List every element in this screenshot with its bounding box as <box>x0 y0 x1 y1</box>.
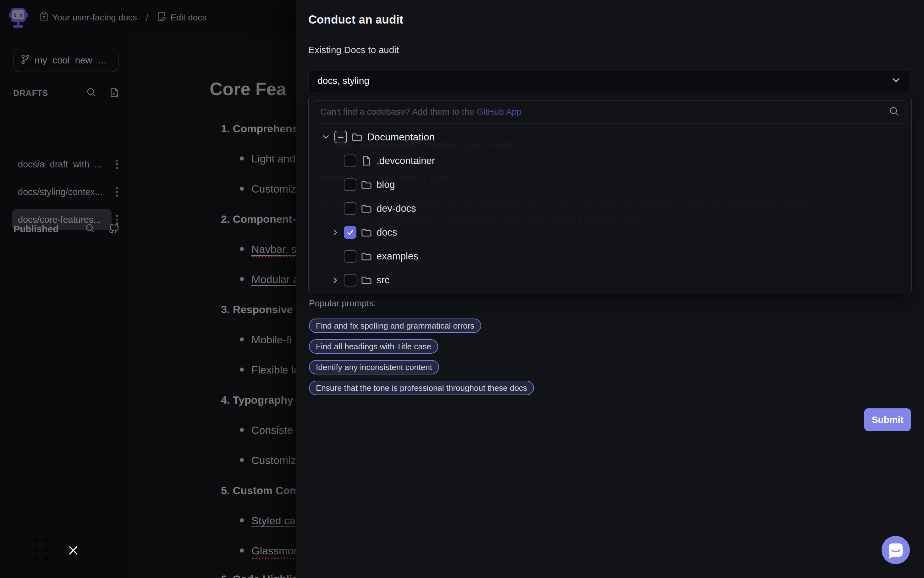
search-icon <box>888 106 900 118</box>
folder-icon <box>361 203 372 214</box>
docs-select[interactable]: docs, styling <box>308 70 911 92</box>
doc-text: 4. Typography S <box>221 394 303 406</box>
bullet-dot <box>240 458 244 462</box>
folder-icon <box>361 227 372 238</box>
tree-node-label: blog <box>376 179 395 190</box>
drag-handle-dots-icon[interactable] <box>33 538 49 562</box>
draft-item-label: docs/a_draft_with_... <box>18 159 102 170</box>
published-heading: Published <box>13 224 59 234</box>
chevron-down-icon <box>890 75 902 87</box>
doc-text: 6. Code Highlig <box>221 573 299 578</box>
breadcrumb-separator: / <box>145 12 150 23</box>
chevron-down-icon[interactable] <box>320 132 331 142</box>
close-widget-icon[interactable] <box>67 544 80 557</box>
doc-text: Mobile-fi <box>251 334 292 346</box>
tree-row--devcontainer[interactable]: .devcontainer <box>309 149 911 173</box>
tree-node-label: examples <box>376 251 418 262</box>
tree-row-docs[interactable]: docs <box>309 221 911 244</box>
tree-node-label: src <box>376 274 389 286</box>
submit-button[interactable]: Submit <box>864 408 911 431</box>
chevron-placeholder <box>330 251 341 262</box>
breadcrumb-label: Your user-facing docs <box>52 13 137 23</box>
doc-link[interactable]: Styled ca <box>251 515 295 526</box>
sidebar: my_cool_new_dra... DRAFTS docs/a_draft_w… <box>0 35 131 578</box>
published-header: Published <box>13 222 120 235</box>
doc-text: 2. Component-S <box>221 213 303 225</box>
checkbox-unchecked[interactable] <box>344 274 356 286</box>
checkbox-unchecked[interactable] <box>344 179 356 191</box>
git-branch-icon <box>21 54 30 67</box>
codebase-dropdown: Can't find a codebase? Add them to the G… <box>308 96 912 294</box>
chevron-placeholder <box>330 156 341 166</box>
doc-numbered-item: 2. Component-S <box>221 213 303 225</box>
document-title: Core Fea <box>210 78 286 99</box>
popular-prompts-list: Find and fix spelling and grammatical er… <box>309 318 534 395</box>
sidebar-draft-item[interactable]: docs/a_draft_with_... <box>12 154 112 175</box>
sidebar-draft-item[interactable]: docs/styling/contex... <box>12 181 112 203</box>
doc-bullet-item: Consiste <box>240 424 293 436</box>
github-icon[interactable] <box>108 222 120 235</box>
popular-prompt-pill[interactable]: Find and fix spelling and grammatical er… <box>309 318 481 333</box>
folder-icon <box>361 274 372 286</box>
doc-bullet-item: Mobile-fi <box>240 334 292 346</box>
file-icon <box>361 155 372 167</box>
chevron-right-icon[interactable] <box>330 227 341 238</box>
bullet-dot <box>240 277 244 281</box>
popular-prompt-pill[interactable]: Find all headings with Title case <box>309 339 438 354</box>
checkbox-unchecked[interactable] <box>344 154 356 167</box>
chevron-right-icon[interactable] <box>330 275 341 286</box>
bullet-dot <box>240 549 244 552</box>
tree-node-label: dev-docs <box>376 203 416 214</box>
bullet-dot <box>240 187 244 191</box>
codebase-search-input[interactable]: Can't find a codebase? Add them to the G… <box>314 100 906 123</box>
kebab-menu-icon[interactable] <box>111 181 123 203</box>
clipboard-icon <box>40 11 49 24</box>
breadcrumb-label: Edit docs <box>170 13 207 23</box>
branch-name: my_cool_new_dra... <box>34 55 111 66</box>
checkbox-unchecked[interactable] <box>344 250 356 263</box>
bullet-dot <box>240 338 244 341</box>
popular-prompts-label: Popular prompts: <box>309 299 376 308</box>
doc-text: Customiz <box>251 183 296 195</box>
bullet-dot <box>240 247 244 251</box>
checkbox-unchecked[interactable] <box>344 202 356 215</box>
codebase-tree: Documentation.devcontainerblogdev-docsdo… <box>309 125 911 292</box>
breadcrumb-edit-docs[interactable]: Edit docs <box>157 11 207 24</box>
new-draft-icon[interactable] <box>109 87 120 99</box>
checkbox-checked[interactable] <box>344 226 356 239</box>
doc-bullet-item: Light and <box>240 153 295 165</box>
tree-node-label: .devcontainer <box>376 155 435 167</box>
drafts-heading: DRAFTS <box>13 89 48 98</box>
search-placeholder: Can't find a codebase? Add them to the G… <box>320 107 521 117</box>
doc-numbered-item: 5. Custom Comp <box>221 484 306 497</box>
popular-prompt-pill[interactable]: Ensure that the tone is professional thr… <box>309 381 534 395</box>
breadcrumb-your-docs[interactable]: Your user-facing docs <box>40 11 137 24</box>
popular-prompt-pill[interactable]: Identify any inconsistent content <box>309 360 439 375</box>
doc-link[interactable]: Modular a <box>251 273 299 285</box>
branch-selector-button[interactable]: my_cool_new_dra... <box>13 49 119 72</box>
chat-bubble-button[interactable] <box>882 536 910 564</box>
doc-bullet-item: Modular a <box>240 273 299 286</box>
github-app-link[interactable]: GitHub App <box>477 107 521 117</box>
edit-docs-icon <box>157 11 167 24</box>
tree-row-dev-docs[interactable]: dev-docs <box>309 196 911 221</box>
bullet-dot <box>240 518 244 523</box>
doc-link[interactable]: Glassmor <box>251 545 297 560</box>
doc-text: Consiste <box>251 424 293 436</box>
tree-row-examples[interactable]: examples <box>309 244 911 268</box>
folder-icon <box>361 179 372 190</box>
doc-bullet-item: Navbar, s <box>240 243 297 255</box>
tree-row-blog[interactable]: blog <box>309 173 911 196</box>
search-drafts-icon[interactable] <box>86 87 96 99</box>
folder-icon <box>351 131 363 143</box>
kebab-menu-icon[interactable] <box>111 154 123 175</box>
checkbox-indeterminate[interactable] <box>334 131 347 143</box>
tree-row-documentation[interactable]: Documentation <box>309 125 911 149</box>
doc-bullet-item: Customiz <box>240 183 296 195</box>
doc-link[interactable]: Navbar, s <box>251 243 297 258</box>
doc-bullet-item: Glassmor <box>240 545 297 557</box>
tree-row-src[interactable]: src <box>309 268 911 292</box>
search-published-icon[interactable] <box>85 223 95 235</box>
chevron-placeholder <box>330 179 341 190</box>
doc-numbered-item: 1. Comprehensi <box>221 122 301 135</box>
